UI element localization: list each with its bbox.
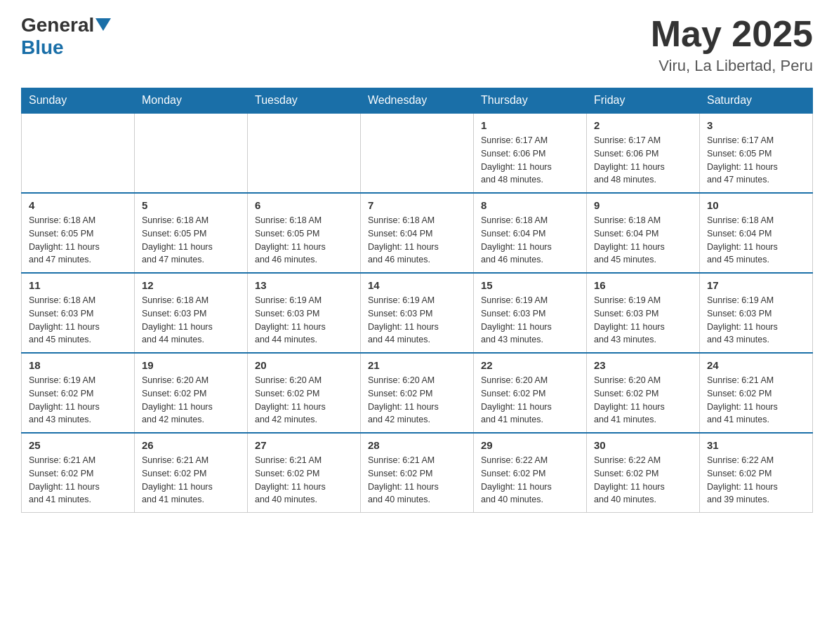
day-number: 21 <box>368 359 466 371</box>
day-info: Sunrise: 6:19 AMSunset: 6:03 PMDaylight:… <box>255 294 353 347</box>
day-number: 15 <box>481 279 579 291</box>
day-number: 2 <box>594 119 692 131</box>
day-number: 25 <box>29 439 127 451</box>
day-info: Sunrise: 6:21 AMSunset: 6:02 PMDaylight:… <box>142 454 240 507</box>
day-number: 28 <box>368 439 466 451</box>
day-number: 4 <box>29 199 127 211</box>
calendar-cell-w1-d0 <box>22 113 135 193</box>
header-tuesday: Tuesday <box>248 88 361 114</box>
header-saturday: Saturday <box>700 88 813 114</box>
header-thursday: Thursday <box>474 88 587 114</box>
calendar-cell-w3-d5: 16Sunrise: 6:19 AMSunset: 6:03 PMDayligh… <box>587 273 700 353</box>
day-number: 30 <box>594 439 692 451</box>
day-info: Sunrise: 6:18 AMSunset: 6:04 PMDaylight:… <box>707 214 805 267</box>
day-info: Sunrise: 6:19 AMSunset: 6:03 PMDaylight:… <box>707 294 805 347</box>
calendar-cell-w1-d1 <box>135 113 248 193</box>
calendar-cell-w4-d6: 24Sunrise: 6:21 AMSunset: 6:02 PMDayligh… <box>700 353 813 433</box>
day-number: 1 <box>481 119 579 131</box>
day-number: 9 <box>594 199 692 211</box>
day-info: Sunrise: 6:19 AMSunset: 6:03 PMDaylight:… <box>368 294 466 347</box>
day-info: Sunrise: 6:22 AMSunset: 6:02 PMDaylight:… <box>481 454 579 507</box>
calendar-cell-w3-d3: 14Sunrise: 6:19 AMSunset: 6:03 PMDayligh… <box>361 273 474 353</box>
day-info: Sunrise: 6:20 AMSunset: 6:02 PMDaylight:… <box>368 374 466 427</box>
day-info: Sunrise: 6:19 AMSunset: 6:03 PMDaylight:… <box>594 294 692 347</box>
day-info: Sunrise: 6:18 AMSunset: 6:04 PMDaylight:… <box>594 214 692 267</box>
day-info: Sunrise: 6:21 AMSunset: 6:02 PMDaylight:… <box>29 454 127 507</box>
calendar-cell-w4-d0: 18Sunrise: 6:19 AMSunset: 6:02 PMDayligh… <box>22 353 135 433</box>
day-info: Sunrise: 6:20 AMSunset: 6:02 PMDaylight:… <box>255 374 353 427</box>
calendar-cell-w1-d2 <box>248 113 361 193</box>
day-info: Sunrise: 6:17 AMSunset: 6:06 PMDaylight:… <box>481 134 579 187</box>
day-number: 19 <box>142 359 240 371</box>
calendar-header-row: Sunday Monday Tuesday Wednesday Thursday… <box>22 88 813 114</box>
day-number: 26 <box>142 439 240 451</box>
calendar-cell-w2-d1: 5Sunrise: 6:18 AMSunset: 6:05 PMDaylight… <box>135 193 248 273</box>
calendar-cell-w4-d2: 20Sunrise: 6:20 AMSunset: 6:02 PMDayligh… <box>248 353 361 433</box>
calendar-cell-w4-d3: 21Sunrise: 6:20 AMSunset: 6:02 PMDayligh… <box>361 353 474 433</box>
calendar-cell-w1-d3 <box>361 113 474 193</box>
day-number: 23 <box>594 359 692 371</box>
day-info: Sunrise: 6:20 AMSunset: 6:02 PMDaylight:… <box>481 374 579 427</box>
day-number: 14 <box>368 279 466 291</box>
day-number: 22 <box>481 359 579 371</box>
header-friday: Friday <box>587 88 700 114</box>
day-info: Sunrise: 6:19 AMSunset: 6:02 PMDaylight:… <box>29 374 127 427</box>
calendar-cell-w2-d4: 8Sunrise: 6:18 AMSunset: 6:04 PMDaylight… <box>474 193 587 273</box>
calendar-cell-w5-d0: 25Sunrise: 6:21 AMSunset: 6:02 PMDayligh… <box>22 433 135 513</box>
day-info: Sunrise: 6:18 AMSunset: 6:05 PMDaylight:… <box>29 214 127 267</box>
day-number: 24 <box>707 359 805 371</box>
calendar-cell-w3-d1: 12Sunrise: 6:18 AMSunset: 6:03 PMDayligh… <box>135 273 248 353</box>
day-info: Sunrise: 6:20 AMSunset: 6:02 PMDaylight:… <box>594 374 692 427</box>
day-info: Sunrise: 6:19 AMSunset: 6:03 PMDaylight:… <box>481 294 579 347</box>
day-info: Sunrise: 6:21 AMSunset: 6:02 PMDaylight:… <box>368 454 466 507</box>
calendar-cell-w2-d0: 4Sunrise: 6:18 AMSunset: 6:05 PMDaylight… <box>22 193 135 273</box>
calendar-table: Sunday Monday Tuesday Wednesday Thursday… <box>21 88 813 513</box>
day-number: 10 <box>707 199 805 211</box>
day-number: 31 <box>707 439 805 451</box>
calendar-cell-w5-d4: 29Sunrise: 6:22 AMSunset: 6:02 PMDayligh… <box>474 433 587 513</box>
calendar-cell-w1-d5: 2Sunrise: 6:17 AMSunset: 6:06 PMDaylight… <box>587 113 700 193</box>
day-info: Sunrise: 6:18 AMSunset: 6:05 PMDaylight:… <box>142 214 240 267</box>
day-number: 29 <box>481 439 579 451</box>
day-info: Sunrise: 6:18 AMSunset: 6:04 PMDaylight:… <box>481 214 579 267</box>
week-row-3: 11Sunrise: 6:18 AMSunset: 6:03 PMDayligh… <box>22 273 813 353</box>
calendar-cell-w2-d5: 9Sunrise: 6:18 AMSunset: 6:04 PMDaylight… <box>587 193 700 273</box>
calendar-cell-w2-d3: 7Sunrise: 6:18 AMSunset: 6:04 PMDaylight… <box>361 193 474 273</box>
day-info: Sunrise: 6:18 AMSunset: 6:04 PMDaylight:… <box>368 214 466 267</box>
day-info: Sunrise: 6:18 AMSunset: 6:03 PMDaylight:… <box>29 294 127 347</box>
day-info: Sunrise: 6:17 AMSunset: 6:05 PMDaylight:… <box>707 134 805 187</box>
calendar-cell-w1-d6: 3Sunrise: 6:17 AMSunset: 6:05 PMDaylight… <box>700 113 813 193</box>
calendar-cell-w2-d6: 10Sunrise: 6:18 AMSunset: 6:04 PMDayligh… <box>700 193 813 273</box>
day-info: Sunrise: 6:17 AMSunset: 6:06 PMDaylight:… <box>594 134 692 187</box>
day-number: 7 <box>368 199 466 211</box>
logo: General Blue <box>21 14 111 59</box>
day-info: Sunrise: 6:21 AMSunset: 6:02 PMDaylight:… <box>707 374 805 427</box>
day-number: 27 <box>255 439 353 451</box>
day-info: Sunrise: 6:18 AMSunset: 6:03 PMDaylight:… <box>142 294 240 347</box>
day-number: 11 <box>29 279 127 291</box>
calendar-cell-w5-d1: 26Sunrise: 6:21 AMSunset: 6:02 PMDayligh… <box>135 433 248 513</box>
day-number: 3 <box>707 119 805 131</box>
day-number: 8 <box>481 199 579 211</box>
day-number: 17 <box>707 279 805 291</box>
location-subtitle: Viru, La Libertad, Peru <box>651 57 813 75</box>
day-number: 16 <box>594 279 692 291</box>
day-number: 18 <box>29 359 127 371</box>
calendar-cell-w4-d5: 23Sunrise: 6:20 AMSunset: 6:02 PMDayligh… <box>587 353 700 433</box>
header-sunday: Sunday <box>22 88 135 114</box>
day-info: Sunrise: 6:20 AMSunset: 6:02 PMDaylight:… <box>142 374 240 427</box>
header-wednesday: Wednesday <box>361 88 474 114</box>
week-row-2: 4Sunrise: 6:18 AMSunset: 6:05 PMDaylight… <box>22 193 813 273</box>
week-row-1: 1Sunrise: 6:17 AMSunset: 6:06 PMDaylight… <box>22 113 813 193</box>
page-header: General Blue May 2025 Viru, La Libertad,… <box>21 14 813 75</box>
calendar-cell-w1-d4: 1Sunrise: 6:17 AMSunset: 6:06 PMDaylight… <box>474 113 587 193</box>
calendar-cell-w3-d4: 15Sunrise: 6:19 AMSunset: 6:03 PMDayligh… <box>474 273 587 353</box>
month-title: May 2025 <box>651 14 813 54</box>
day-number: 12 <box>142 279 240 291</box>
logo-text-blue: Blue <box>21 36 64 58</box>
day-number: 13 <box>255 279 353 291</box>
week-row-5: 25Sunrise: 6:21 AMSunset: 6:02 PMDayligh… <box>22 433 813 513</box>
calendar-cell-w3-d0: 11Sunrise: 6:18 AMSunset: 6:03 PMDayligh… <box>22 273 135 353</box>
calendar-cell-w3-d6: 17Sunrise: 6:19 AMSunset: 6:03 PMDayligh… <box>700 273 813 353</box>
calendar-cell-w4-d1: 19Sunrise: 6:20 AMSunset: 6:02 PMDayligh… <box>135 353 248 433</box>
